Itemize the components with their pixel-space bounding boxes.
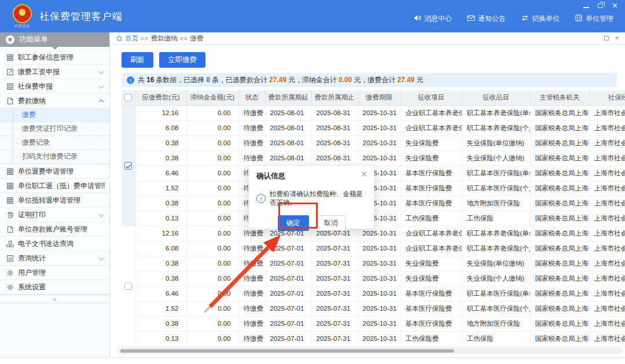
scrollbar-thumb[interactable] [120, 349, 454, 352]
cell-item: 基本医疗保险费 [400, 286, 462, 301]
cell-category: 失业保险(单位缴纳) [462, 256, 530, 271]
sidebar-subitem[interactable]: 缴费记录 [0, 136, 109, 150]
cell-item: 基本医疗保险费 [400, 301, 462, 316]
cell-late_fee: 0.00 [186, 241, 238, 256]
cell-deadline: 2025-10-31 [358, 301, 400, 316]
sidebar-item-12[interactable]: 系统设置 [0, 280, 109, 295]
cell-deadline: 2025-10-31 [358, 120, 400, 135]
confirm-dialog: 确认信息 ✕ i 扣费前请确认扣费险种、金额是否正确。 确定 取消 [248, 166, 374, 229]
swap-icon [521, 14, 529, 24]
sidebar-item-2[interactable]: 社保费申报 [0, 79, 109, 94]
sidebar-subitem[interactable]: 扫码支付缴费记录 [0, 150, 109, 164]
sidebar-item-label: 缴费工资申报 [18, 67, 100, 77]
select-all-checkbox[interactable] [124, 94, 132, 101]
sidebar-item-11[interactable]: 用户管理 [0, 266, 109, 280]
sidebar-item-10[interactable]: 查询统计 [0, 251, 109, 266]
nav-notifications[interactable]: 通知公告 [467, 14, 506, 24]
column-header: 征收品目 [462, 90, 530, 105]
cell-start: 2025-07-01 [265, 241, 311, 256]
cell-category: 失业保险(个人缴纳) [462, 271, 530, 286]
sidebar-item-7[interactable]: 证明打印 [0, 208, 109, 222]
sidebar-item-5[interactable]: 单位职工退（抵）费申请管理 [0, 179, 109, 193]
sidebar-item-label: 职工参保信息管理 [18, 53, 105, 62]
panel-restore-button[interactable] [604, 36, 609, 41]
grid-icon [6, 196, 14, 204]
panel-controls: × [604, 36, 619, 41]
sidebar-item-6[interactable]: 单位抵转退申请管理 [0, 193, 109, 208]
restore-button[interactable] [598, 3, 603, 8]
cell-item: 企业职工基本养老保险费 [400, 241, 462, 256]
sidebar-item-4[interactable]: 单位退费申请管理 [0, 164, 109, 179]
file-icon [6, 97, 14, 105]
cell-authority: 国家税务总局上海... [530, 331, 589, 346]
nav-switch-unit[interactable]: 切换单位 [521, 14, 560, 24]
close-icon[interactable]: ✕ [361, 171, 367, 178]
cell-deadline: 2025-10-31 [358, 316, 400, 331]
cell-status: 待缴费 [238, 105, 265, 120]
cell-late_fee: 0.00 [186, 150, 238, 166]
close-button[interactable]: ✕ [612, 3, 618, 9]
cell-item: 失业保险费 [400, 256, 462, 271]
cell-end: 2025-07-31 [311, 316, 358, 331]
info-icon: i [127, 76, 134, 84]
sidebar-submenu: 缴费缴费凭证打印记录缴费记录扫码支付缴费记录 [0, 108, 109, 164]
home-icon[interactable] [116, 35, 123, 42]
cell-agency: 上海市社会保险事 [589, 105, 625, 120]
cell-status: 待缴费 [238, 135, 265, 150]
cell-category: 职工基本医疗保险(个人缴纳) [462, 301, 530, 316]
info-icon: i [256, 194, 266, 203]
sidebar-subitem-selected[interactable]: 缴费 [0, 108, 109, 122]
cell-amount: 0.38 [135, 316, 186, 331]
group-checkbox-checked[interactable] [124, 162, 132, 170]
panel-close-button[interactable]: × [615, 36, 619, 41]
cell-category: 职工基本医疗保险(单位缴纳) [462, 166, 530, 181]
org-icon [575, 14, 583, 24]
sidebar-collapse-button[interactable]: « [0, 295, 109, 303]
pay-now-button[interactable]: 立即缴费 [159, 52, 205, 68]
breadcrumb-part: 缴费 [190, 34, 203, 43]
cell-start: 2025-07-01 [265, 316, 311, 331]
cell-category: 职工基本医疗保险(个人缴纳) [462, 181, 530, 196]
cell-authority: 国家税务总局上海... [530, 316, 589, 331]
cell-late_fee: 0.00 [186, 301, 238, 316]
cell-agency: 上海市社会保险事 [589, 316, 625, 331]
sidebar-item-3[interactable]: 费款缴纳 [0, 94, 109, 108]
group-checkbox-cell [122, 226, 135, 346]
sidebar-item-0[interactable]: 职工参保信息管理 [0, 50, 109, 65]
sidebar-item-9[interactable]: 电子文书送达查询 [0, 237, 109, 251]
breadcrumb-home-link[interactable]: 首页 [125, 34, 138, 43]
cancel-button[interactable]: 取消 [317, 215, 345, 231]
cell-status: 待缴费 [238, 241, 265, 256]
sidebar-item-label: 系统设置 [18, 282, 105, 292]
chevron-down-icon [99, 84, 104, 89]
horizontal-scrollbar[interactable] [117, 347, 623, 354]
group-checkbox-unchecked[interactable] [124, 282, 132, 290]
minimize-button[interactable] [583, 7, 589, 8]
sidebar-item-8[interactable]: 单位存款账户账号管理 [0, 222, 109, 237]
card-icon [6, 82, 14, 90]
cell-end: 2025-07-31 [311, 286, 358, 301]
cell-item: 失业保险费 [400, 135, 462, 150]
cell-category: 职工基本医疗保险(单位缴纳) [462, 286, 530, 301]
cell-end: 2025-08-31 [311, 150, 358, 166]
confirm-button[interactable]: 确定 [278, 215, 309, 231]
sidebar-subitem[interactable]: 缴费凭证打印记录 [0, 122, 109, 136]
cell-item: 基本医疗保险费 [400, 181, 462, 196]
cell-start: 2025-07-01 [265, 286, 311, 301]
sidebar-item-1[interactable]: 缴费工资申报 [0, 65, 109, 79]
stack-icon [6, 240, 14, 248]
nav-unit-management[interactable]: 单位管理 [575, 14, 613, 24]
logo-caption: 中国税务 [14, 24, 30, 29]
cell-item: 企业职工基本养老保险费 [400, 226, 462, 241]
cell-category: 职工基本养老保险(单位缴纳) [462, 105, 530, 120]
nav-message-center[interactable]: 消息中心 [413, 14, 452, 24]
titlebar: ★ 中国税务 社保费管理客户端 消息中心 通知公告 切换单位 单位管理 ✕ [0, 0, 625, 32]
edit-icon [6, 68, 14, 76]
cell-amount: 0.13 [135, 331, 186, 346]
table-row: 1.520.00待缴费2025-07-012025-07-312025-10-3… [122, 301, 625, 316]
table-row: 6.080.00待缴费2025-08-012025-08-312025-10-3… [122, 120, 625, 135]
cell-start: 2025-07-01 [265, 331, 311, 346]
cell-authority: 国家税务总局上海... [530, 286, 589, 301]
cell-authority: 国家税务总局上海... [530, 166, 589, 181]
refresh-button[interactable]: 刷新 [122, 52, 153, 68]
